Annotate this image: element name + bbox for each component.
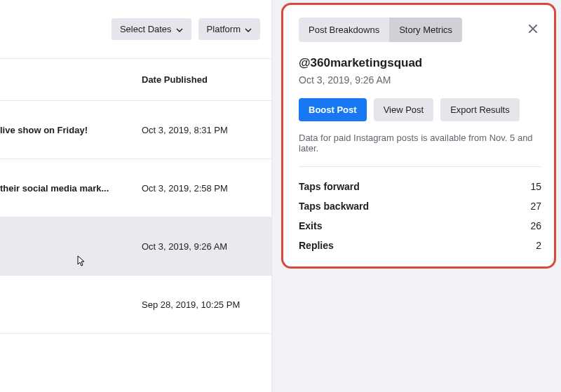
actions-row: Boost Post View Post Export Results [299,98,541,121]
select-dates-label: Select Dates [120,24,172,34]
metric-row: Exits 26 [299,216,541,236]
table-row[interactable]: Sep 28, 2019, 10:25 PM [0,276,271,334]
tab-post-breakdowns[interactable]: Post Breakdowns [299,18,389,42]
metric-row: Taps backward 27 [299,196,541,216]
boost-post-button[interactable]: Boost Post [299,98,367,121]
metric-label: Replies [299,240,334,251]
metric-label: Exits [299,220,322,231]
post-timestamp: Oct 3, 2019, 9:26 AM [299,74,541,86]
table-row[interactable]: Oct 3, 2019, 9:26 AM [0,217,271,276]
tab-label: Post Breakdowns [309,25,379,35]
post-text: live show on Friday! [0,125,88,135]
post-date: Oct 3, 2019, 8:31 PM [142,125,228,135]
posts-list-panel: Select Dates Platform Date Published liv… [0,0,272,392]
list-header-row: Date Published [0,59,271,101]
details-panel: Post Breakdowns Story Metrics @360market… [272,0,561,392]
close-icon [527,26,539,36]
post-date: Oct 3, 2019, 9:26 AM [142,241,227,252]
metric-row: Taps forward 15 [299,177,541,196]
platform-button[interactable]: Platform [198,18,260,40]
metric-label: Taps backward [299,201,369,212]
date-published-header: Date Published [142,74,208,85]
metric-value: 26 [530,220,541,231]
table-row[interactable]: live show on Friday! Oct 3, 2019, 8:31 P… [0,101,271,159]
cursor-icon [74,255,86,266]
story-metrics-card: Post Breakdowns Story Metrics @360market… [281,3,556,269]
chevron-down-icon [245,24,252,34]
post-text: their social media mark... [0,183,109,194]
chevron-down-icon [176,24,183,34]
metric-value: 2 [536,240,541,251]
metric-label: Taps forward [299,181,360,192]
tab-story-metrics[interactable]: Story Metrics [389,18,462,42]
close-button[interactable] [525,20,541,39]
toolbar: Select Dates Platform [0,0,271,59]
post-date: Oct 3, 2019, 2:58 PM [142,183,228,194]
tab-label: Story Metrics [399,25,452,35]
metric-value: 27 [530,201,541,212]
data-availability-note: Data for paid Instagram posts is availab… [299,133,541,167]
platform-label: Platform [207,24,241,34]
account-title: @360marketingsquad [299,56,541,70]
metric-row: Replies 2 [299,236,541,255]
view-post-button[interactable]: View Post [374,98,434,121]
post-date: Sep 28, 2019, 10:25 PM [142,299,240,310]
metric-value: 15 [530,181,541,192]
table-row[interactable]: their social media mark... Oct 3, 2019, … [0,159,271,217]
export-results-button[interactable]: Export Results [440,98,520,121]
select-dates-button[interactable]: Select Dates [111,18,191,40]
tabs-row: Post Breakdowns Story Metrics [299,18,541,42]
